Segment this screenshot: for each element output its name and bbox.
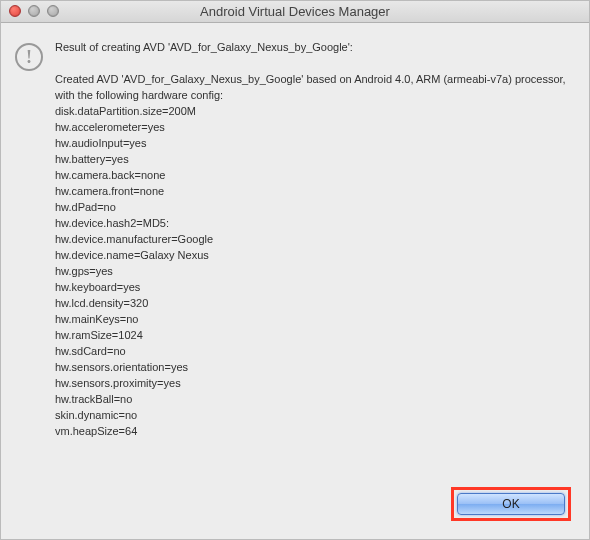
minimize-icon[interactable]: [28, 5, 40, 17]
config-list: disk.dataPartition.size=200Mhw.accelerom…: [55, 103, 571, 439]
window-controls: [9, 5, 59, 17]
config-line: skin.dynamic=no: [55, 407, 571, 423]
config-line: hw.ramSize=1024: [55, 327, 571, 343]
config-line: hw.lcd.density=320: [55, 295, 571, 311]
config-line: hw.sdCard=no: [55, 343, 571, 359]
config-line: hw.device.name=Galaxy Nexus: [55, 247, 571, 263]
titlebar: Android Virtual Devices Manager: [1, 1, 589, 23]
config-intro: with the following hardware config:: [55, 87, 571, 103]
config-line: hw.device.manufacturer=Google: [55, 231, 571, 247]
button-row: OK: [1, 479, 589, 539]
dialog-content: ! Result of creating AVD 'AVD_for_Galaxy…: [1, 23, 589, 479]
icon-column: !: [15, 39, 51, 471]
config-line: hw.sensors.orientation=yes: [55, 359, 571, 375]
message-text: Result of creating AVD 'AVD_for_Galaxy_N…: [51, 39, 575, 471]
maximize-icon[interactable]: [47, 5, 59, 17]
config-line: hw.accelerometer=yes: [55, 119, 571, 135]
config-line: hw.mainKeys=no: [55, 311, 571, 327]
config-line: hw.dPad=no: [55, 199, 571, 215]
config-line: hw.gps=yes: [55, 263, 571, 279]
ok-highlight: OK: [451, 487, 571, 521]
config-line: hw.battery=yes: [55, 151, 571, 167]
info-icon: !: [15, 43, 43, 71]
config-line: hw.keyboard=yes: [55, 279, 571, 295]
close-icon[interactable]: [9, 5, 21, 17]
result-header: Result of creating AVD 'AVD_for_Galaxy_N…: [55, 39, 571, 55]
config-line: hw.device.hash2=MD5:: [55, 215, 571, 231]
config-line: hw.camera.back=none: [55, 167, 571, 183]
config-line: hw.sensors.proximity=yes: [55, 375, 571, 391]
window-title: Android Virtual Devices Manager: [200, 4, 390, 19]
config-line: disk.dataPartition.size=200M: [55, 103, 571, 119]
config-line: hw.camera.front=none: [55, 183, 571, 199]
config-line: vm.heapSize=64: [55, 423, 571, 439]
ok-button[interactable]: OK: [457, 493, 565, 515]
config-line: hw.audioInput=yes: [55, 135, 571, 151]
config-line: hw.trackBall=no: [55, 391, 571, 407]
created-line: Created AVD 'AVD_for_Galaxy_Nexus_by_Goo…: [55, 71, 571, 87]
